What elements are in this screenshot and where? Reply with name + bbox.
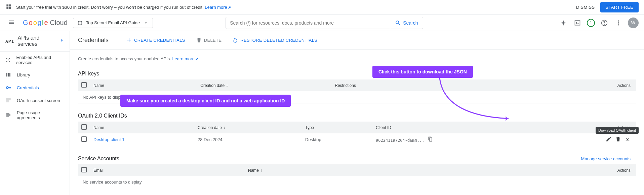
search-button[interactable]: Search bbox=[390, 17, 423, 29]
col-restrictions[interactable]: Restrictions bbox=[331, 79, 501, 91]
svg-point-8 bbox=[6, 58, 7, 59]
sidebar-section-title: API APIs and services bbox=[0, 31, 70, 52]
sort-up-icon: ↑ bbox=[260, 168, 262, 173]
table-row: Desktop client 1 28 Dec 2024 Desktop 962… bbox=[78, 133, 636, 146]
col-name[interactable]: Name bbox=[90, 122, 194, 133]
terminal-icon[interactable] bbox=[573, 18, 582, 28]
section-title-service-accounts: Service Accounts bbox=[78, 156, 119, 162]
svg-point-9 bbox=[9, 58, 10, 59]
section-title-oauth: OAuth 2.0 Client IDs bbox=[78, 113, 636, 119]
sidebar-item-library[interactable]: Library bbox=[0, 68, 70, 81]
annotation-desktop-client: Make sure you created a desktop client I… bbox=[120, 95, 291, 107]
project-name: Top Secret Email API Guide bbox=[86, 20, 140, 25]
dismiss-button[interactable]: DISMISS bbox=[576, 5, 595, 10]
google-cloud-logo[interactable]: GoogleCloud bbox=[23, 19, 68, 27]
page-title: Credentials bbox=[78, 37, 109, 44]
chevron-down-icon bbox=[143, 20, 149, 26]
gemini-icon[interactable] bbox=[559, 18, 568, 28]
annotation-download-json: Click this button to download the JSON bbox=[372, 66, 473, 78]
sidebar-item-credentials[interactable]: Credentials bbox=[0, 81, 70, 94]
content: Credentials CREATE CREDENTIALS DELETE RE… bbox=[70, 31, 644, 195]
help-icon[interactable] bbox=[600, 18, 609, 28]
svg-point-10 bbox=[6, 61, 7, 62]
col-type[interactable]: Type bbox=[302, 122, 372, 133]
search-input-wrap[interactable] bbox=[226, 17, 390, 29]
project-icon bbox=[77, 20, 83, 26]
svg-point-2 bbox=[78, 24, 79, 25]
col-email[interactable]: Email bbox=[90, 164, 245, 176]
download-icon[interactable] bbox=[625, 136, 631, 143]
sidebar-item-oauth-consent[interactable]: OAuth consent screen bbox=[0, 94, 70, 107]
sidebar-item-label: Enabled APIs and services bbox=[16, 55, 64, 65]
col-name[interactable]: Name↑ bbox=[245, 164, 435, 176]
edit-icon[interactable] bbox=[606, 136, 612, 143]
api-icon: API bbox=[5, 39, 14, 44]
col-creation[interactable]: Creation date↓ bbox=[194, 122, 302, 133]
oauth-table: Name Creation date↓ Type Client ID Actio… bbox=[78, 122, 636, 146]
avatar[interactable]: W bbox=[628, 18, 639, 28]
sidebar-item-label: Library bbox=[17, 72, 30, 77]
sidebar-item-page-usage[interactable]: Page usage agreements bbox=[0, 107, 70, 124]
client-type: Desktop bbox=[302, 133, 372, 146]
more-icon[interactable] bbox=[614, 18, 623, 28]
promo-bar: Start your free trial with $300 in credi… bbox=[0, 0, 644, 15]
promo-learn-more-link[interactable]: Learn more⬈ bbox=[205, 5, 231, 10]
menu-icon[interactable] bbox=[5, 16, 17, 29]
sort-down-icon: ↓ bbox=[223, 125, 225, 130]
svg-point-11 bbox=[9, 61, 10, 62]
sidebar-item-enabled-apis[interactable]: Enabled APIs and services bbox=[0, 52, 70, 68]
col-name[interactable]: Name bbox=[90, 79, 197, 91]
sidebar-item-label: Page usage agreements bbox=[17, 110, 64, 120]
client-id-value: 962241197204-d6mm... bbox=[376, 138, 425, 143]
svg-point-7 bbox=[618, 24, 619, 25]
header: GoogleCloud Top Secret Email API Guide S… bbox=[0, 15, 644, 31]
table-row: No service accounts to display bbox=[78, 176, 636, 188]
col-client-id[interactable]: Client ID bbox=[372, 122, 596, 133]
promo-text: Start your free trial with $300 in credi… bbox=[16, 5, 231, 10]
tooltip-download-oauth: Download OAuth client bbox=[596, 127, 639, 134]
svg-point-13 bbox=[6, 87, 8, 89]
select-all-checkbox[interactable] bbox=[81, 124, 87, 130]
select-all-checkbox[interactable] bbox=[81, 167, 87, 172]
delete-row-icon[interactable] bbox=[615, 136, 621, 143]
restore-button[interactable]: RESTORE DELETED CREDENTIALS bbox=[231, 36, 319, 44]
create-credentials-button[interactable]: CREATE CREDENTIALS bbox=[125, 36, 187, 44]
project-picker[interactable]: Top Secret Email API Guide bbox=[73, 18, 153, 28]
svg-point-6 bbox=[618, 22, 619, 23]
copy-icon[interactable] bbox=[428, 136, 433, 142]
svg-point-5 bbox=[618, 20, 619, 21]
section-title-api-keys: API keys bbox=[78, 71, 636, 77]
select-all-checkbox[interactable] bbox=[81, 82, 87, 88]
col-creation[interactable]: Creation date↓ bbox=[197, 79, 331, 91]
notification-badge[interactable]: 1 bbox=[587, 19, 595, 27]
sidebar-item-label: Credentials bbox=[17, 85, 39, 90]
sidebar-item-label: OAuth consent screen bbox=[17, 98, 60, 103]
search-input[interactable] bbox=[230, 20, 386, 26]
start-free-button[interactable]: START FREE bbox=[600, 2, 639, 12]
svg-point-1 bbox=[81, 21, 82, 22]
sort-down-icon: ↓ bbox=[226, 83, 228, 88]
gift-icon bbox=[5, 3, 12, 11]
sidebar: API APIs and services Enabled APIs and s… bbox=[0, 31, 70, 195]
col-actions: Actions bbox=[501, 79, 636, 91]
row-checkbox[interactable] bbox=[81, 136, 87, 142]
oauth-client-link[interactable]: Desktop client 1 bbox=[93, 137, 125, 142]
manage-service-accounts-link[interactable]: Manage service accounts bbox=[581, 156, 636, 161]
delete-button[interactable]: DELETE bbox=[195, 36, 223, 44]
content-header: Credentials CREATE CREDENTIALS DELETE RE… bbox=[70, 31, 644, 50]
svg-point-12 bbox=[8, 60, 9, 61]
svg-point-0 bbox=[78, 21, 79, 22]
intro-learn-more-link[interactable]: Learn more⬈ bbox=[172, 56, 198, 61]
search-icon bbox=[395, 20, 401, 26]
creation-date: 28 Dec 2024 bbox=[194, 133, 302, 146]
service-accounts-table: Email Name↑ Actions No service accounts … bbox=[78, 164, 636, 188]
svg-point-3 bbox=[81, 24, 82, 25]
col-actions: Actions bbox=[435, 164, 636, 176]
intro-text: Create credentials to access your enable… bbox=[78, 56, 636, 61]
pin-icon[interactable] bbox=[59, 38, 64, 44]
